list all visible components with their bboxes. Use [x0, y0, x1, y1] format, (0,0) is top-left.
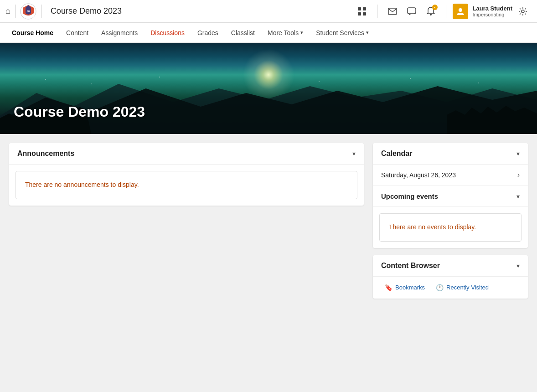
svg-point-12: [91, 83, 92, 84]
svg-point-13: [159, 77, 160, 77]
calendar-widget: Calendar ▾ Saturday, August 26, 2023 › U…: [373, 143, 528, 248]
content-browser-title: Content Browser: [381, 262, 440, 270]
calendar-date-row[interactable]: Saturday, August 26, 2023 ›: [373, 165, 528, 186]
grid-icon-btn[interactable]: [353, 3, 371, 20]
header-icons: • Laura Student Impersonating: [353, 3, 532, 20]
svg-point-9: [459, 8, 462, 12]
bookmarks-tab[interactable]: 🔖 Bookmarks: [379, 281, 430, 294]
svg-rect-7: [408, 8, 416, 14]
home-icon[interactable]: ⌂: [5, 6, 10, 16]
student-services-chevron: ▾: [366, 30, 369, 36]
more-tools-chevron: ▾: [300, 30, 303, 36]
user-name: Laura Student: [473, 5, 512, 12]
announcements-widget: Announcements ▾ There are no announcemen…: [9, 143, 364, 206]
upcoming-events-title: Upcoming events: [381, 192, 438, 200]
logo-area: SU: [20, 3, 36, 20]
announcements-empty: There are no announcements to display.: [15, 171, 357, 199]
content-browser-chevron[interactable]: ▾: [516, 262, 520, 269]
user-role: Impersonating: [473, 12, 512, 17]
svg-rect-2: [358, 7, 361, 10]
upcoming-events-header: Upcoming events ▾: [373, 186, 528, 207]
nav-content[interactable]: Content: [60, 23, 95, 43]
calendar-header: Calendar ▾: [373, 143, 528, 165]
hero-title: Course Demo 2023: [14, 103, 145, 120]
announcements-body: There are no announcements to display.: [9, 165, 364, 206]
nav-student-services[interactable]: Student Services ▾: [310, 23, 375, 43]
calendar-title: Calendar: [381, 150, 412, 158]
upcoming-events-chevron[interactable]: ▾: [516, 193, 520, 200]
recently-visited-tab[interactable]: 🕐 Recently Visited: [430, 281, 494, 294]
user-info[interactable]: Laura Student Impersonating: [473, 5, 512, 17]
svg-point-16: [478, 83, 479, 83]
divider-1: [15, 5, 15, 18]
svg-rect-6: [388, 8, 397, 15]
divider-3: [377, 5, 377, 18]
divider-4: [446, 5, 446, 18]
svg-text:SU: SU: [26, 10, 30, 13]
upcoming-events-empty: There are no events to display.: [379, 213, 522, 242]
top-header: ⌂ SU Course Demo 2023: [0, 0, 537, 23]
svg-point-10: [522, 10, 524, 13]
nav-grades[interactable]: Grades: [191, 23, 225, 43]
announcements-title: Announcements: [17, 150, 74, 158]
mail-icon-btn[interactable]: [384, 3, 401, 20]
bookmark-icon: 🔖: [385, 284, 392, 291]
announcements-header: Announcements ▾: [9, 143, 364, 165]
chat-icon-btn[interactable]: [403, 3, 420, 20]
left-column: Announcements ▾ There are no announcemen…: [9, 143, 364, 213]
svg-rect-3: [363, 7, 366, 10]
header-course-title: Course Demo 2023: [46, 6, 353, 16]
nav-more-tools[interactable]: More Tools ▾: [261, 23, 310, 43]
svg-point-15: [410, 78, 411, 79]
nav-discussions[interactable]: Discussions: [144, 23, 191, 43]
university-logo: SU: [20, 3, 36, 20]
content-browser-header: Content Browser ▾: [373, 255, 528, 277]
divider-2: [41, 5, 41, 18]
announcements-chevron[interactable]: ▾: [352, 150, 356, 157]
calendar-next-arrow[interactable]: ›: [517, 171, 520, 179]
user-avatar[interactable]: [453, 4, 468, 19]
gear-icon-btn[interactable]: [514, 3, 532, 20]
clock-icon: 🕐: [436, 284, 444, 291]
hero-banner: Course Demo 2023: [0, 43, 537, 134]
calendar-chevron[interactable]: ▾: [516, 150, 520, 157]
main-content: Announcements ▾ There are no announcemen…: [0, 134, 537, 315]
nav-assignments[interactable]: Assignments: [95, 23, 144, 43]
browser-tabs: 🔖 Bookmarks 🕐 Recently Visited: [373, 277, 528, 299]
svg-rect-5: [363, 12, 366, 15]
svg-point-11: [45, 79, 46, 80]
nav-bar: Course Home Content Assignments Discussi…: [0, 23, 537, 43]
bell-icon-btn[interactable]: •: [422, 3, 439, 20]
upcoming-events-body: There are no events to display.: [373, 207, 528, 248]
notification-badge: •: [432, 5, 438, 10]
right-column: Calendar ▾ Saturday, August 26, 2023 › U…: [373, 143, 528, 306]
content-browser-widget: Content Browser ▾ 🔖 Bookmarks 🕐 Recently…: [373, 255, 528, 299]
calendar-current-date: Saturday, August 26, 2023: [381, 171, 456, 179]
svg-rect-4: [358, 12, 361, 15]
nav-classlist[interactable]: Classlist: [225, 23, 261, 43]
nav-course-home[interactable]: Course Home: [5, 23, 60, 43]
svg-point-8: [430, 14, 432, 15]
svg-point-14: [319, 81, 320, 82]
